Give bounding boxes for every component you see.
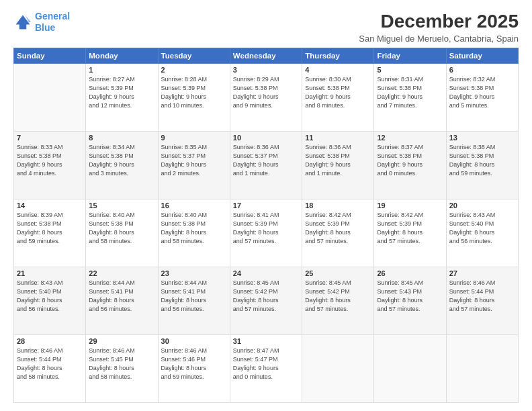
calendar-cell: 30Sunrise: 8:46 AM Sunset: 5:46 PM Dayli…	[158, 335, 230, 403]
logo: General Blue	[13, 11, 70, 34]
day-number: 12	[377, 134, 443, 142]
calendar-cell: 13Sunrise: 8:38 AM Sunset: 5:38 PM Dayli…	[446, 132, 518, 199]
calendar-cell: 5Sunrise: 8:31 AM Sunset: 5:38 PM Daylig…	[374, 64, 446, 132]
calendar-cell: 26Sunrise: 8:45 AM Sunset: 5:43 PM Dayli…	[374, 267, 446, 335]
calendar-cell: 1Sunrise: 8:27 AM Sunset: 5:39 PM Daylig…	[86, 64, 158, 132]
day-number: 23	[161, 269, 227, 277]
day-number: 29	[89, 337, 154, 345]
day-info: Sunrise: 8:40 AM Sunset: 5:38 PM Dayligh…	[161, 211, 227, 246]
calendar-header-row: SundayMondayTuesdayWednesdayThursdayFrid…	[14, 48, 519, 64]
calendar-cell	[374, 335, 446, 403]
day-number: 7	[17, 134, 83, 142]
day-info: Sunrise: 8:44 AM Sunset: 5:41 PM Dayligh…	[161, 279, 227, 314]
calendar-cell: 21Sunrise: 8:43 AM Sunset: 5:40 PM Dayli…	[14, 267, 86, 335]
header: General Blue December 2025 San Miguel de…	[13, 11, 519, 44]
day-number: 31	[233, 337, 299, 345]
day-info: Sunrise: 8:45 AM Sunset: 5:42 PM Dayligh…	[233, 279, 299, 314]
calendar-cell: 24Sunrise: 8:45 AM Sunset: 5:42 PM Dayli…	[230, 267, 302, 335]
day-number: 21	[17, 269, 83, 277]
calendar-cell: 28Sunrise: 8:46 AM Sunset: 5:44 PM Dayli…	[14, 335, 86, 403]
day-header-friday: Friday	[374, 48, 446, 64]
day-number: 11	[305, 134, 371, 142]
day-info: Sunrise: 8:35 AM Sunset: 5:37 PM Dayligh…	[161, 143, 227, 178]
day-number: 13	[449, 134, 515, 142]
calendar-cell: 15Sunrise: 8:40 AM Sunset: 5:38 PM Dayli…	[86, 199, 158, 267]
calendar-cell: 16Sunrise: 8:40 AM Sunset: 5:38 PM Dayli…	[158, 199, 230, 267]
logo-line2: Blue	[35, 22, 55, 33]
day-number: 26	[377, 269, 443, 277]
calendar-week-row: 14Sunrise: 8:39 AM Sunset: 5:38 PM Dayli…	[14, 199, 519, 267]
calendar-cell: 12Sunrise: 8:37 AM Sunset: 5:38 PM Dayli…	[374, 132, 446, 199]
day-info: Sunrise: 8:42 AM Sunset: 5:39 PM Dayligh…	[305, 211, 371, 246]
day-info: Sunrise: 8:34 AM Sunset: 5:38 PM Dayligh…	[89, 143, 154, 178]
day-info: Sunrise: 8:44 AM Sunset: 5:41 PM Dayligh…	[89, 279, 154, 314]
day-info: Sunrise: 8:36 AM Sunset: 5:37 PM Dayligh…	[233, 143, 299, 178]
page: General Blue December 2025 San Miguel de…	[0, 0, 532, 411]
calendar-cell: 10Sunrise: 8:36 AM Sunset: 5:37 PM Dayli…	[230, 132, 302, 199]
day-number: 14	[17, 201, 83, 210]
main-title: December 2025	[359, 11, 519, 32]
day-info: Sunrise: 8:38 AM Sunset: 5:38 PM Dayligh…	[449, 143, 515, 178]
day-number: 25	[305, 269, 371, 277]
calendar-cell: 14Sunrise: 8:39 AM Sunset: 5:38 PM Dayli…	[14, 199, 86, 267]
day-header-wednesday: Wednesday	[230, 48, 302, 64]
day-number: 3	[233, 66, 299, 74]
calendar-cell: 8Sunrise: 8:34 AM Sunset: 5:38 PM Daylig…	[86, 132, 158, 199]
day-number: 30	[161, 337, 227, 345]
day-info: Sunrise: 8:46 AM Sunset: 5:44 PM Dayligh…	[17, 347, 83, 381]
calendar-cell: 19Sunrise: 8:42 AM Sunset: 5:39 PM Dayli…	[374, 199, 446, 267]
calendar-cell: 18Sunrise: 8:42 AM Sunset: 5:39 PM Dayli…	[302, 199, 374, 267]
logo-line1: General	[35, 11, 70, 21]
calendar-cell: 23Sunrise: 8:44 AM Sunset: 5:41 PM Dayli…	[158, 267, 230, 335]
day-number: 10	[233, 134, 299, 142]
day-header-thursday: Thursday	[302, 48, 374, 64]
title-block: December 2025 San Miguel de Meruelo, Can…	[359, 11, 519, 44]
day-info: Sunrise: 8:27 AM Sunset: 5:39 PM Dayligh…	[89, 75, 154, 110]
calendar-week-row: 1Sunrise: 8:27 AM Sunset: 5:39 PM Daylig…	[14, 64, 519, 132]
day-number: 17	[233, 201, 299, 210]
calendar-cell: 20Sunrise: 8:43 AM Sunset: 5:40 PM Dayli…	[446, 199, 518, 267]
day-info: Sunrise: 8:40 AM Sunset: 5:38 PM Dayligh…	[89, 211, 154, 246]
day-info: Sunrise: 8:45 AM Sunset: 5:43 PM Dayligh…	[377, 279, 443, 314]
calendar-cell	[446, 335, 518, 403]
day-info: Sunrise: 8:46 AM Sunset: 5:44 PM Dayligh…	[449, 279, 515, 314]
day-info: Sunrise: 8:28 AM Sunset: 5:39 PM Dayligh…	[161, 75, 227, 110]
calendar-cell	[14, 64, 86, 132]
day-info: Sunrise: 8:41 AM Sunset: 5:39 PM Dayligh…	[233, 211, 299, 246]
day-number: 15	[89, 201, 154, 210]
calendar-cell: 31Sunrise: 8:47 AM Sunset: 5:47 PM Dayli…	[230, 335, 302, 403]
day-header-tuesday: Tuesday	[158, 48, 230, 64]
subtitle: San Miguel de Meruelo, Cantabria, Spain	[359, 34, 519, 44]
day-info: Sunrise: 8:37 AM Sunset: 5:38 PM Dayligh…	[377, 143, 443, 178]
day-number: 9	[161, 134, 227, 142]
day-info: Sunrise: 8:30 AM Sunset: 5:38 PM Dayligh…	[305, 75, 371, 110]
day-info: Sunrise: 8:47 AM Sunset: 5:47 PM Dayligh…	[233, 347, 299, 381]
day-info: Sunrise: 8:29 AM Sunset: 5:38 PM Dayligh…	[233, 75, 299, 110]
logo-text: General Blue	[35, 11, 70, 34]
day-number: 1	[89, 66, 154, 74]
day-info: Sunrise: 8:36 AM Sunset: 5:38 PM Dayligh…	[305, 143, 371, 178]
day-number: 19	[377, 201, 443, 210]
day-number: 22	[89, 269, 154, 277]
svg-marker-0	[16, 15, 30, 29]
logo-icon	[13, 13, 32, 32]
calendar-cell	[302, 335, 374, 403]
calendar-week-row: 21Sunrise: 8:43 AM Sunset: 5:40 PM Dayli…	[14, 267, 519, 335]
day-info: Sunrise: 8:32 AM Sunset: 5:38 PM Dayligh…	[449, 75, 515, 110]
calendar-cell: 25Sunrise: 8:45 AM Sunset: 5:42 PM Dayli…	[302, 267, 374, 335]
day-header-monday: Monday	[86, 48, 158, 64]
day-info: Sunrise: 8:42 AM Sunset: 5:39 PM Dayligh…	[377, 211, 443, 246]
day-number: 4	[305, 66, 371, 74]
day-number: 18	[305, 201, 371, 210]
calendar-week-row: 7Sunrise: 8:33 AM Sunset: 5:38 PM Daylig…	[14, 132, 519, 199]
day-number: 5	[377, 66, 443, 74]
day-number: 27	[449, 269, 515, 277]
day-info: Sunrise: 8:43 AM Sunset: 5:40 PM Dayligh…	[17, 279, 83, 314]
day-info: Sunrise: 8:39 AM Sunset: 5:38 PM Dayligh…	[17, 211, 83, 246]
calendar-cell: 7Sunrise: 8:33 AM Sunset: 5:38 PM Daylig…	[14, 132, 86, 199]
day-header-sunday: Sunday	[14, 48, 86, 64]
day-info: Sunrise: 8:46 AM Sunset: 5:45 PM Dayligh…	[89, 347, 154, 381]
calendar-cell: 3Sunrise: 8:29 AM Sunset: 5:38 PM Daylig…	[230, 64, 302, 132]
day-info: Sunrise: 8:43 AM Sunset: 5:40 PM Dayligh…	[449, 211, 515, 246]
calendar-week-row: 28Sunrise: 8:46 AM Sunset: 5:44 PM Dayli…	[14, 335, 519, 403]
